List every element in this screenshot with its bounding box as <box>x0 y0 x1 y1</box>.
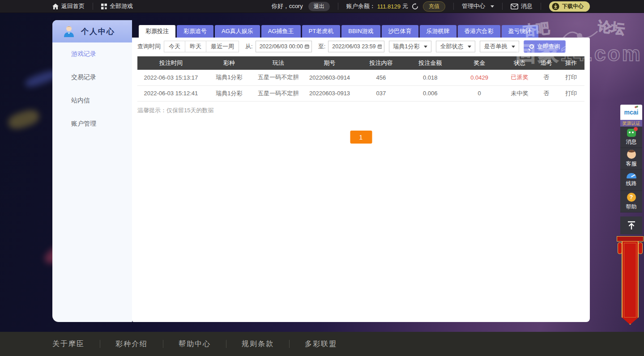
query-button-label: 立即查询 <box>537 42 560 51</box>
filter-bar: 查询时间 今天 昨天 最近一周 从: 2022/06/03 00:00 至: 2… <box>137 40 566 53</box>
search-icon <box>529 44 534 49</box>
lantern-icon <box>638 242 643 254</box>
user-greeting: 你好，ccory <box>272 2 303 10</box>
footer-link-alliance[interactable]: 多彩联盟 <box>290 340 352 348</box>
background-streak <box>6 107 41 131</box>
footer-link-about[interactable]: 关于摩臣 <box>52 340 100 348</box>
lottery-type-value: 瑞典1分彩 <box>393 42 419 51</box>
tab-leyou-chess[interactable]: 乐游棋牌 <box>420 25 456 38</box>
float-message-button[interactable]: 消息 <box>620 127 642 148</box>
sidebar-item-transaction-records[interactable]: 交易记录 <box>52 66 132 89</box>
sidebar: 个人中心 游戏记录 交易记录 站内信 账户管理 <box>52 20 132 322</box>
refresh-icon[interactable] <box>412 3 418 10</box>
messages-link[interactable]: 消息 <box>511 2 533 10</box>
cell-prize: 0 <box>455 85 504 101</box>
chevron-down-icon <box>490 5 494 8</box>
calendar-icon[interactable] <box>305 43 309 50</box>
float-customer-service-button[interactable]: 客服 <box>620 148 642 170</box>
tab-lottery-bets[interactable]: 彩票投注 <box>139 25 175 38</box>
single-pick-select[interactable]: 是否单挑 <box>480 41 519 52</box>
float-help-button[interactable]: ? 帮助 <box>620 191 642 212</box>
float-line-label: 线路 <box>626 180 637 187</box>
all-games-link[interactable]: 全部游戏 <box>101 2 133 10</box>
back-to-top-button[interactable] <box>620 216 642 234</box>
print-link[interactable]: 打印 <box>558 85 584 101</box>
admin-center-label: 管理中心 <box>462 2 485 10</box>
tab-saba-sports[interactable]: 沙巴体育 <box>382 25 418 38</box>
cell-play-method: 五星一码不定胆 <box>254 85 303 101</box>
col-lottery-type: 彩种 <box>205 56 254 70</box>
sidebar-item-account-management[interactable]: 账户管理 <box>52 112 132 136</box>
footer-link-lottery-intro[interactable]: 彩种介绍 <box>100 340 163 348</box>
float-help-label: 帮助 <box>626 203 637 211</box>
home-link[interactable]: 返回首页 <box>52 2 85 10</box>
divider <box>541 3 541 10</box>
help-icon: ? <box>627 193 636 202</box>
calendar-icon[interactable] <box>378 43 382 50</box>
float-message-label: 消息 <box>626 138 637 146</box>
to-date-value: 2022/06/03 23:59 <box>332 43 375 50</box>
status-select[interactable]: 全部状态 <box>436 41 475 52</box>
pagination: 1 <box>350 131 372 144</box>
mcai-logo[interactable]: mcai <box>620 105 642 120</box>
quick-range-yesterday[interactable]: 昨天 <box>185 41 206 52</box>
logo-swirl-icon <box>635 106 639 108</box>
query-time-label: 查询时间 <box>137 42 161 51</box>
footer-link-help-center[interactable]: 帮助中心 <box>163 340 226 348</box>
back-to-top-icon <box>627 220 636 230</box>
from-date-value: 2022/06/03 00:00 <box>260 43 303 50</box>
logout-button[interactable]: 退出 <box>308 2 330 11</box>
col-prize: 奖金 <box>455 56 504 70</box>
download-icon <box>552 3 559 10</box>
footer-link-rules[interactable]: 规则条款 <box>226 340 290 348</box>
tab-bbin-games[interactable]: BBIN游戏 <box>341 25 380 38</box>
download-center-button[interactable]: 下载中心 <box>549 1 590 12</box>
tab-pt-slots[interactable]: PT老虎机 <box>302 25 341 38</box>
col-chase: 追号 <box>535 56 558 70</box>
cell-lottery-type: 瑞典1分彩 <box>205 70 254 85</box>
cell-status: 已派奖 <box>504 70 535 85</box>
cell-issue-number: 20220603-0913 <box>303 85 357 101</box>
col-play-method: 玩法 <box>254 56 303 70</box>
status-value: 全部状态 <box>440 42 463 51</box>
lantern-icon <box>618 242 622 254</box>
from-date-input[interactable]: 2022/06/03 00:00 <box>256 41 312 52</box>
sidebar-item-site-mail[interactable]: 站内信 <box>52 89 132 112</box>
logo-text: mcai <box>624 109 639 116</box>
tab-profit-stats[interactable]: 盈亏统计 <box>502 25 538 38</box>
col-status: 状态 <box>504 56 535 70</box>
home-label: 返回首页 <box>61 2 85 10</box>
tab-lottery-chase[interactable]: 彩票追号 <box>177 25 213 38</box>
chevron-down-icon <box>424 46 427 48</box>
divider <box>453 3 454 10</box>
cell-chase: 否 <box>535 85 558 101</box>
float-line-button[interactable]: 线路 <box>620 170 642 191</box>
query-button[interactable]: 立即查询 <box>524 40 566 53</box>
banner-crossbar <box>617 236 644 242</box>
recharge-button[interactable]: 充值 <box>423 1 445 12</box>
lottery-type-select[interactable]: 瑞典1分彩 <box>389 41 431 52</box>
quick-range-today[interactable]: 今天 <box>164 41 185 52</box>
tab-ag-live[interactable]: AG真人娱乐 <box>215 25 260 38</box>
quick-range-last-week[interactable]: 最近一周 <box>206 41 239 52</box>
tab-ag-fishing[interactable]: AG捕鱼王 <box>261 25 301 38</box>
float-cs-label: 客服 <box>626 160 637 168</box>
divider <box>338 3 338 10</box>
tab-hk-lottery[interactable]: 香港六合彩 <box>458 25 500 38</box>
cell-prize: 0.0429 <box>455 70 504 85</box>
sidebar-item-game-records[interactable]: 游戏记录 <box>52 42 132 66</box>
tab-strip: 彩票投注 彩票追号 AG真人娱乐 AG捕鱼王 PT老虎机 BBIN游戏 沙巴体育… <box>139 25 538 38</box>
admin-center-menu[interactable]: 管理中心 <box>462 2 494 10</box>
divider <box>93 3 93 10</box>
print-link[interactable]: 打印 <box>558 70 584 85</box>
page-1-button[interactable]: 1 <box>350 131 372 144</box>
cell-bet-time: 2022-06-03 15:12:41 <box>137 85 205 101</box>
decorative-banner <box>617 236 644 326</box>
from-label: 从: <box>245 42 253 51</box>
retention-tip: 温馨提示：仅保留15天的数据 <box>137 106 213 114</box>
cell-issue-number: 20220603-0914 <box>303 70 357 85</box>
to-date-input[interactable]: 2022/06/03 23:59 <box>328 41 384 52</box>
cell-bet-time: 2022-06-03 15:13:17 <box>137 70 205 85</box>
table-row: 2022-06-03 15:12:41 瑞典1分彩 五星一码不定胆 202206… <box>137 85 584 101</box>
sidebar-header: 个人中心 <box>52 20 132 42</box>
